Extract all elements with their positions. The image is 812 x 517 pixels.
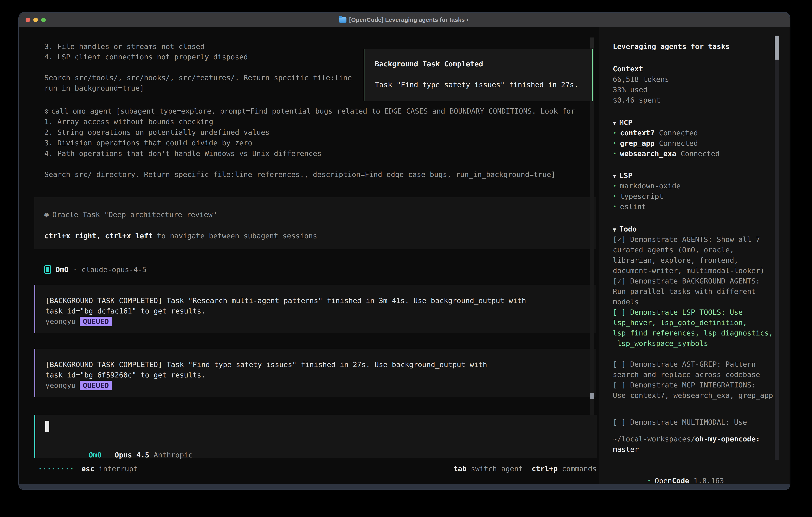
tab-key-hint: tab — [454, 465, 467, 473]
sidebar: Leveraging agents for tasks Context 66,5… — [599, 27, 790, 485]
workspace-path: ~/local-workspaces/oh-my-opencode: maste… — [613, 434, 760, 455]
username: yeongyu — [46, 380, 76, 391]
spinner-dots-icon: ········ — [38, 465, 74, 473]
status-badge: QUEUED — [80, 381, 112, 390]
tool-call-text: call_omo_agent [subagent_type=explore, p… — [51, 107, 575, 115]
todo-line: [ ] Demonstrate AST-GREP: Pattern — [613, 359, 773, 370]
todo-line: [✓] Demonstrate AGENTS: Show all 7 — [613, 234, 773, 245]
todo-section-header[interactable]: ▼Todo — [613, 224, 773, 234]
lsp-item: •eslint — [613, 201, 681, 212]
bullet-icon: • — [613, 150, 616, 157]
minimize-button[interactable] — [33, 18, 38, 22]
blank-line — [45, 220, 597, 230]
status-badge: QUEUED — [80, 317, 112, 326]
output-line: Search src/tools/, src/hooks/, src/featu… — [45, 73, 352, 83]
scrollbar-track-segment — [590, 38, 594, 48]
blank-line — [45, 159, 575, 169]
zoom-button[interactable] — [41, 18, 46, 22]
input-model-name[interactable]: Opus 4.5 — [115, 451, 149, 459]
titlebar[interactable]: [OpenCode] Leveraging agents for tasks ◐ — [19, 13, 790, 27]
lsp-name: typescript — [620, 192, 663, 200]
output-line: 3. File handles or streams not closed — [45, 42, 352, 52]
lsp-name: eslint — [620, 202, 646, 211]
notification-toast: Background Task Completed Task "Find typ… — [364, 49, 593, 101]
scrollbar-thumb[interactable] — [590, 393, 594, 399]
bullet-icon: • — [647, 477, 651, 484]
tool-call-output: ⚙call_omo_agent [subagent_type=explore, … — [45, 106, 575, 180]
session-title: Leveraging agents for tasks — [613, 42, 730, 52]
repo-name: oh-my-opencode: — [695, 435, 760, 443]
blank-line — [375, 69, 592, 80]
username: yeongyu — [46, 316, 76, 327]
status-bar: ········ esc interrupt tab switch agent … — [38, 465, 597, 473]
path-prefix: ~/local-workspaces/ — [613, 435, 695, 443]
context-used: 33% used — [613, 85, 669, 95]
lsp-item: •typescript — [613, 191, 681, 201]
hint-text: to navigate between subagent sessions — [153, 232, 317, 240]
context-tokens: 66,518 tokens — [613, 74, 669, 85]
todo-line: document-writer, multimodal-looker) — [613, 266, 773, 276]
input-model-label: OmO Opus 4.5 Anthropic — [46, 443, 193, 467]
todo-line: curated agents (OmO, oracle, — [613, 245, 773, 255]
close-button[interactable] — [26, 18, 30, 22]
oracle-task-title: ◉Oracle Task "Deep architecture review" — [45, 209, 597, 220]
todo-line: Run parallel tasks with different — [613, 286, 773, 297]
todo-line-active: [ ] Demonstrate LSP TOOLS: Use — [613, 307, 773, 318]
mcp-status: Connected — [659, 139, 698, 147]
mcp-status: Connected — [681, 149, 720, 158]
background-task-message: [BACKGROUND TASK COMPLETED] Task "Find t… — [34, 349, 597, 397]
prompt-input[interactable]: OmO Opus 4.5 Anthropic — [34, 415, 597, 458]
todo-line: models — [613, 297, 773, 307]
output-line: 4. LSP client connections not properly d… — [45, 52, 352, 62]
app-version: •OpenCode 1.0.163 — [613, 465, 724, 475]
mcp-name: context7 — [620, 129, 655, 137]
sidebar-scrollbar-thumb[interactable] — [775, 35, 779, 60]
workspace-path-line: ~/local-workspaces/oh-my-opencode: — [613, 434, 760, 444]
main-pane: 3. File handles or streams not closed 4.… — [19, 27, 599, 485]
task-meta-row: yeongyu QUEUED — [46, 316, 597, 327]
sidebar-scrollbar[interactable] — [775, 35, 779, 460]
chevron-down-icon: ▼ — [613, 120, 616, 126]
mcp-section-header[interactable]: ▼MCP — [613, 117, 720, 128]
todo-line: Use context7, websearch_exa, grep_app — [613, 390, 773, 401]
lsp-section-header[interactable]: ▼LSP — [613, 170, 681, 181]
tool-call-tail: Search src/ directory. Return specific f… — [45, 169, 575, 180]
window-bottom-edge — [19, 484, 790, 489]
context-section: Context 66,518 tokens 33% used $0.46 spe… — [613, 64, 669, 105]
todo-line-active: lsp_find_references, lsp_diagnostics, — [613, 328, 773, 338]
notification-body: Task "Find type safety issues" finished … — [375, 80, 592, 90]
chevron-down-icon: ▼ — [613, 226, 616, 233]
todo-line: librarian, explore, frontend, — [613, 255, 773, 266]
agent-name: OmO — [56, 266, 68, 274]
task-message-line: task_id="bg_dcfac161" to get results. — [46, 306, 597, 316]
model-name: claude-opus-4-5 — [82, 266, 146, 274]
tab-key-label: switch agent — [471, 465, 523, 473]
tool-call-header: ⚙call_omo_agent [subagent_type=explore, … — [45, 106, 575, 116]
version-number: 1.0.163 — [694, 477, 724, 485]
mcp-item: •websearch_exa Connected — [613, 148, 720, 159]
esc-key-hint: esc — [81, 465, 94, 473]
window-title: [OpenCode] Leveraging agents for tasks ◐ — [339, 17, 470, 23]
todo-line-active: lsp_workspace_symbols — [613, 338, 773, 349]
ctrlp-key-label: commands — [562, 465, 597, 473]
tool-call-item: 4. Path operations that don't handle Win… — [45, 148, 575, 159]
hint-keys: ctrl+x right, ctrl+x left — [45, 232, 153, 240]
input-agent-name[interactable]: OmO — [89, 451, 102, 459]
context-heading: Context — [613, 64, 669, 74]
todo-line-active: lsp_hover, lsp_goto_definition, — [613, 318, 773, 328]
terminal-window: [OpenCode] Leveraging agents for tasks ◐… — [19, 13, 790, 489]
app-name-bold: Code — [672, 477, 689, 485]
tool-call-item: 3. Division operations that could divide… — [45, 138, 575, 148]
fisheye-icon: ◉ — [45, 211, 49, 219]
ctrlp-key-hint: ctrl+p — [532, 465, 558, 473]
mcp-item: •grep_app Connected — [613, 138, 720, 148]
oracle-navigation-hint: ctrl+x right, ctrl+x left to navigate be… — [45, 230, 597, 241]
esc-key-label: interrupt — [99, 465, 138, 473]
background-task-message: [BACKGROUND TASK COMPLETED] Task "Resear… — [34, 285, 597, 333]
mcp-status: Connected — [659, 129, 698, 137]
todo-section: ▼Todo [✓] Demonstrate AGENTS: Show all 7… — [613, 224, 773, 428]
task-message-line: [BACKGROUND TASK COMPLETED] Task "Resear… — [46, 296, 597, 306]
blank-line — [613, 401, 773, 411]
task-meta-row: yeongyu QUEUED — [46, 380, 597, 391]
mcp-name: grep_app — [620, 139, 655, 147]
